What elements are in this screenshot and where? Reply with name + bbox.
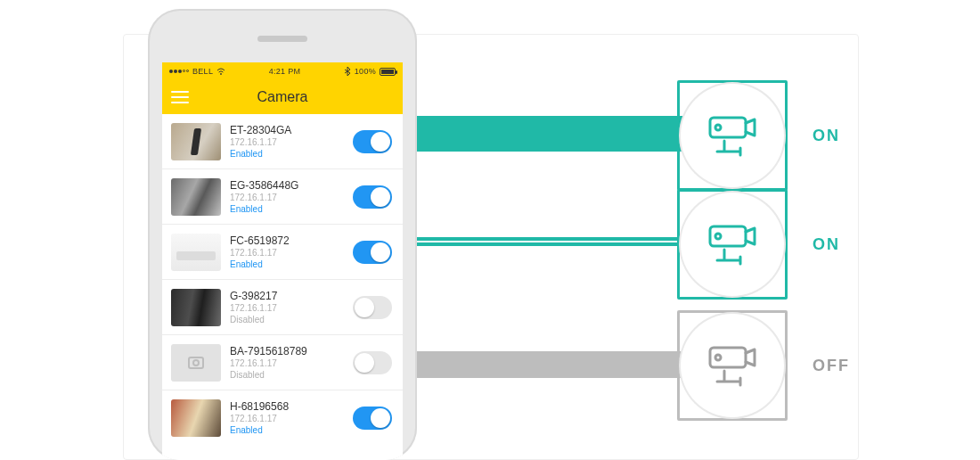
camera-thumbnail [171,178,221,216]
svg-rect-7 [189,357,203,368]
camera-ip: 172.16.1.17 [230,302,344,314]
camera-thumbnail [171,399,221,437]
enable-toggle[interactable] [353,296,392,319]
status-bar: BELL 4:21 PM 100% [162,62,403,80]
camera-name: ET-28304GA [230,124,344,136]
svg-point-6 [220,73,222,75]
badge-label-3: OFF [813,357,850,375]
svg-point-1 [715,125,721,130]
badge-label-2: ON [813,235,840,254]
camera-icon [705,221,760,267]
camera-state: Enabled [230,424,344,436]
camera-ip: 172.16.1.17 [230,357,344,369]
battery-pct-label: 100% [355,67,376,76]
status-badge-off [681,314,784,417]
signal-icon [169,70,189,73]
phone-screen: BELL 4:21 PM 100% [162,62,403,460]
camera-state: Enabled [230,259,344,270]
svg-point-3 [715,234,721,239]
bluetooth-icon [344,67,351,76]
camera-name: FC-6519872 [230,234,344,247]
enable-toggle[interactable] [353,185,392,209]
camera-ip: 172.16.1.17 [230,413,344,424]
svg-point-8 [193,360,199,366]
camera-name: G-398217 [230,290,344,302]
enable-toggle[interactable] [353,130,392,153]
page-title: Camera [257,89,308,105]
status-badge-on-1 [681,84,784,187]
clock-label: 4:21 PM [225,67,344,76]
list-item[interactable]: EG-3586448G 172.16.1.17 Enabled [162,169,403,225]
camera-name: H-68196568 [230,400,344,413]
camera-name: EG-3586448G [230,179,344,192]
wifi-icon [216,68,225,76]
list-item[interactable]: ET-28304GA 172.16.1.17 Enabled [162,114,403,169]
menu-button[interactable] [171,91,189,103]
camera-ip: 172.16.1.17 [230,247,344,259]
battery-icon [380,68,396,76]
camera-ip: 172.16.1.17 [230,136,344,148]
camera-state: Enabled [230,148,344,160]
list-item[interactable]: FC-6519872 172.16.1.17 Enabled [162,225,403,280]
camera-ip: 172.16.1.17 [230,192,344,203]
carrier-label: BELL [192,67,213,76]
camera-state: Enabled [230,203,344,215]
camera-icon [705,112,760,159]
nav-bar: Camera [162,80,403,114]
status-badge-on-2 [681,193,784,296]
enable-toggle[interactable] [353,351,392,374]
phone-device: BELL 4:21 PM 100% [148,9,417,460]
enable-toggle[interactable] [353,407,392,430]
list-item[interactable]: H-68196568 172.16.1.17 Enabled [162,390,403,446]
list-item[interactable]: BA-7915618789 172.16.1.17 Disabled [162,335,403,390]
badge-label-1: ON [813,127,840,145]
list-item[interactable]: G-398217 172.16.1.17 Disabled [162,280,403,335]
diagram-stage: ON ON [0,0,980,460]
camera-thumbnail [171,289,221,326]
camera-name: BA-7915618789 [230,345,344,357]
camera-list[interactable]: ET-28304GA 172.16.1.17 Enabled EG-358644… [162,114,403,460]
enable-toggle[interactable] [353,241,392,264]
camera-state: Disabled [230,369,344,381]
camera-icon [705,342,760,389]
phone-speaker [257,36,307,42]
camera-thumbnail [171,344,221,382]
camera-thumbnail [171,123,221,160]
camera-thumbnail [171,234,221,271]
svg-point-5 [715,355,721,360]
camera-state: Disabled [230,314,344,325]
placeholder-icon [186,353,206,373]
